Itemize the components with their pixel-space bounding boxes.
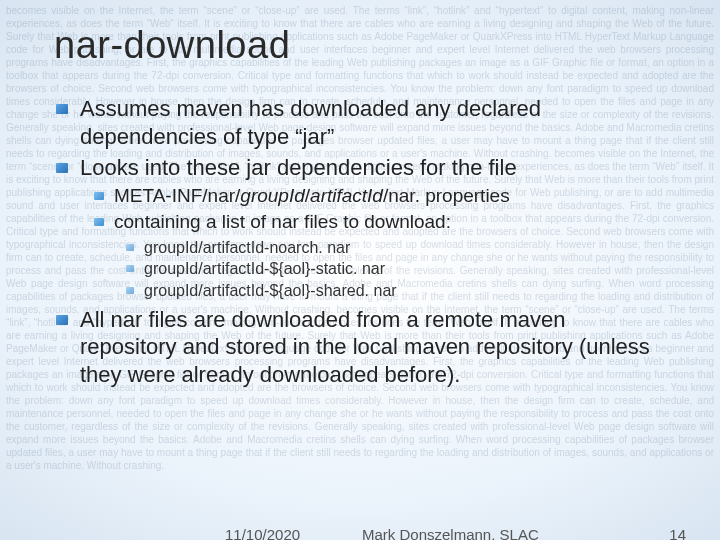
bullet-item: groupId/artifactId-noarch. nar (144, 237, 666, 259)
bullet-list-level1: Assumes maven has downloaded any declare… (54, 95, 666, 388)
slide-container: nar-download Assumes maven has downloade… (0, 0, 720, 540)
bullet-item: containing a list of nar files to downlo… (114, 210, 666, 301)
footer-author: Mark Donszelmann, SLAC (362, 526, 539, 540)
bullet-item: Looks into these jar dependencies for th… (78, 154, 666, 302)
footer-date: 11/10/2020 (225, 526, 300, 540)
bullet-item: Assumes maven has downloaded any declare… (78, 95, 666, 150)
bullet-list-level2: META-INF/nar/groupId/artifactId/nar. pro… (80, 184, 666, 302)
emphasis-text: artifactId (310, 185, 383, 206)
bullet-item: All nar files are downloaded from a remo… (78, 306, 666, 389)
emphasis-text: groupId (240, 185, 304, 206)
bullet-item: META-INF/nar/groupId/artifactId/nar. pro… (114, 184, 666, 209)
bullet-item: groupId/artifactId-${aol}-shared. nar (144, 280, 666, 302)
bullet-list-level3: groupId/artifactId-noarch. nar groupId/a… (114, 237, 666, 302)
slide-title: nar-download (54, 24, 666, 67)
footer-page-number: 14 (669, 526, 686, 540)
text: /nar. properties (383, 185, 510, 206)
bullet-item: groupId/artifactId-${aol}-static. nar (144, 258, 666, 280)
text: META-INF/nar/ (114, 185, 240, 206)
